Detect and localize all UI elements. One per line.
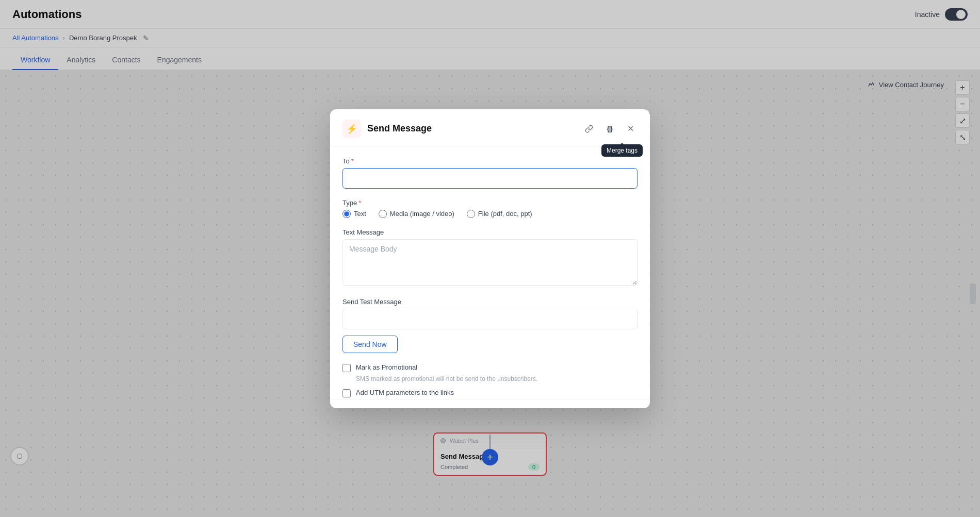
type-file-label: File (pdf, doc, ppt) [478,210,532,218]
type-text-label: Text [354,210,366,218]
to-field-group: To * [342,157,638,189]
to-input[interactable] [342,168,638,189]
type-media-label: Media (image / video) [390,210,454,218]
modal-title: Send Message [367,123,576,134]
type-text-option[interactable]: Text [342,210,366,218]
send-now-button[interactable]: Send Now [342,336,398,353]
text-message-input[interactable] [342,239,638,286]
mark-promotional-desc: SMS marked as promotional will not be se… [356,375,638,382]
type-media-option[interactable]: Media (image / video) [379,210,454,218]
add-utm-checkbox[interactable] [342,389,351,397]
send-test-input[interactable] [342,309,638,329]
send-test-label: Send Test Message [342,298,638,306]
merge-tags-tooltip: Merge tags [601,144,643,157]
modal-header: ⚡ Send Message {|} ✕ [330,109,650,147]
type-file-radio[interactable] [467,210,475,218]
add-utm-content: Add UTM parameters to the links [356,389,454,396]
to-required-star: * [351,157,354,165]
modal-overlay: ⚡ Send Message {|} ✕ Merge tags [0,0,980,517]
mark-promotional-content: Mark as Promotional [356,363,417,371]
text-message-group: Text Message [342,228,638,288]
modal-header-actions: {|} ✕ [582,122,638,136]
modal-body: To * Type * Text Med [330,147,650,399]
send-test-group: Send Test Message Send Now [342,298,638,353]
close-icon: ✕ [627,124,634,134]
mark-promotional-item: Mark as Promotional [342,363,638,372]
type-required-star: * [358,199,361,207]
to-label: To * [342,157,638,165]
modal-footer: Cancel Save [330,399,650,408]
lightning-icon: ⚡ [346,123,357,135]
type-label: Type * [342,199,638,207]
send-message-modal: ⚡ Send Message {|} ✕ Merge tags [330,109,650,408]
add-utm-item: Add UTM parameters to the links [342,389,638,397]
type-field-group: Type * Text Media (image / video) File (… [342,199,638,218]
mark-promotional-checkbox[interactable] [342,364,351,372]
link-icon-button[interactable] [582,122,596,136]
merge-tags-button[interactable]: {|} [602,122,617,136]
type-media-radio[interactable] [379,210,387,218]
add-utm-label: Add UTM parameters to the links [356,389,454,396]
type-file-option[interactable]: File (pdf, doc, ppt) [467,210,532,218]
mark-promotional-label: Mark as Promotional [356,363,417,371]
text-message-label: Text Message [342,228,638,236]
checkbox-group: Mark as Promotional SMS marked as promot… [342,363,638,399]
merge-tags-icon: {|} [607,125,613,132]
close-button[interactable]: ✕ [623,122,638,136]
modal-icon: ⚡ [342,120,361,138]
link-icon [585,125,593,133]
type-text-radio[interactable] [342,210,351,218]
type-radio-group: Text Media (image / video) File (pdf, do… [342,210,638,218]
